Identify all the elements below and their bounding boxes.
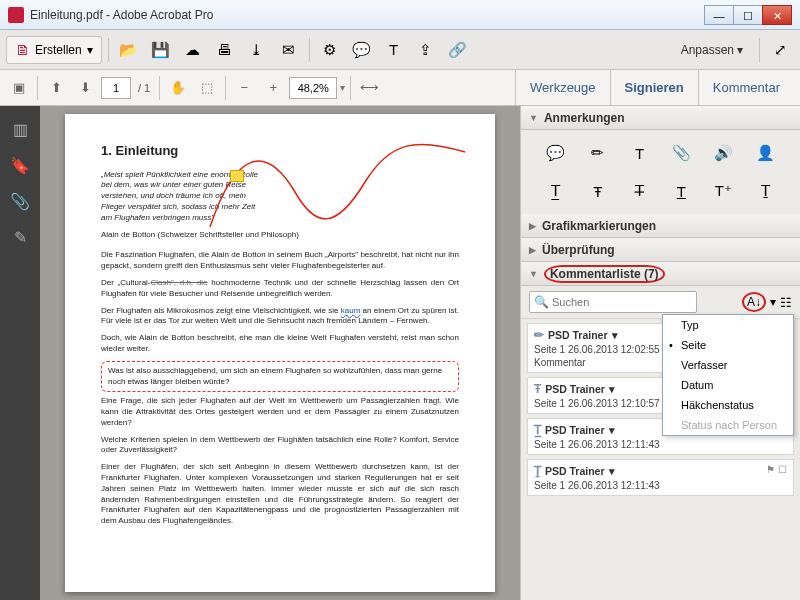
sort-datum[interactable]: Datum: [663, 375, 793, 395]
sort-typ[interactable]: Typ: [663, 315, 793, 335]
insert-annotation: kaum: [341, 306, 361, 315]
fit-width-icon[interactable]: ⟷: [356, 75, 382, 101]
minimize-button[interactable]: —: [704, 5, 734, 25]
text-edit-icon: Ṯ: [534, 464, 541, 478]
select-tool-icon[interactable]: ⬚: [194, 75, 220, 101]
sticky-note-tool-icon[interactable]: 💬: [535, 140, 577, 166]
sort-status-person: Status nach Person: [663, 415, 793, 435]
add-note-icon[interactable]: T⁺: [702, 178, 744, 204]
doc-para: Der „Cultural-Clash", d.h. die hochmoder…: [101, 278, 459, 300]
insert-text-icon[interactable]: T̲: [535, 178, 577, 204]
text-edit-icon: T̲: [534, 423, 541, 437]
chevron-down-icon: ▾: [737, 43, 743, 57]
comment-search-input[interactable]: [529, 291, 697, 313]
tab-werkzeuge[interactable]: Werkzeuge: [515, 70, 610, 105]
document-viewport[interactable]: 1. Einleitung „Meist spielt Pünktlichkei…: [40, 106, 520, 600]
pdf-icon: 🗎: [15, 41, 30, 58]
underline-icon[interactable]: T: [660, 178, 702, 204]
nav-toolbar: ▣ ⬆ ⬇ / 1 ✋ ⬚ − + ▾ ⟷ Werkzeuge Signiere…: [0, 70, 800, 106]
comment-list-heading: Kommentarliste (7): [544, 265, 665, 283]
text-tool-icon[interactable]: T: [380, 36, 408, 64]
doc-para: Welche Kriterien spielen in dem Wettbewe…: [101, 435, 459, 457]
page-number-input[interactable]: [101, 77, 131, 99]
print-icon[interactable]: 🖶: [211, 36, 239, 64]
doc-author: Alain de Botton (Schweizer Schriftstelle…: [101, 230, 459, 241]
highlight-tool-icon[interactable]: ✏: [577, 140, 619, 166]
accordion-anmerkungen[interactable]: ▼Anmerkungen: [521, 106, 800, 130]
doc-heading: 1. Einleitung: [101, 142, 459, 160]
flag-icon[interactable]: ⚑ ☐: [766, 464, 787, 475]
share-icon[interactable]: ⇪: [412, 36, 440, 64]
filter-button[interactable]: ▾: [770, 295, 776, 309]
bookmark-icon[interactable]: 🔖: [9, 154, 31, 176]
doc-para: Der Flughafen als Mikrokosmos zeigt eine…: [101, 306, 459, 328]
accordion-grafik[interactable]: ▶Grafikmarkierungen: [521, 214, 800, 238]
sticky-note-icon[interactable]: [230, 170, 244, 182]
save-icon[interactable]: 💾: [147, 36, 175, 64]
hand-tool-icon[interactable]: ✋: [165, 75, 191, 101]
cloud-annotation: Was ist also ausschlaggebend, um sich an…: [101, 361, 459, 393]
maximize-button[interactable]: ☐: [733, 5, 763, 25]
text-correction-icon[interactable]: Ṯ: [744, 178, 786, 204]
create-label: Erstellen: [35, 43, 82, 57]
doc-para: Doch, wie Alain de Botton beschreibt, eh…: [101, 333, 459, 355]
cloud-up-icon[interactable]: ☁: [179, 36, 207, 64]
chevron-down-icon: ▾: [87, 43, 93, 57]
customize-button[interactable]: Anpassen▾: [681, 43, 743, 57]
search-icon: 🔍: [534, 295, 549, 309]
zoom-out-icon[interactable]: −: [231, 75, 257, 101]
pages-icon[interactable]: ▥: [9, 118, 31, 140]
create-button[interactable]: 🗎 Erstellen ▾: [6, 36, 102, 64]
tab-signieren[interactable]: Signieren: [610, 70, 698, 105]
window-title: Einleitung.pdf - Adobe Acrobat Pro: [30, 8, 705, 22]
sort-seite[interactable]: Seite: [663, 335, 793, 355]
pdf-page: 1. Einleitung „Meist spielt Pünktlichkei…: [65, 114, 495, 592]
strikethrough-icon[interactable]: T̶: [619, 178, 661, 204]
chevron-down-icon[interactable]: ▾: [340, 82, 345, 93]
tab-kommentar[interactable]: Kommentar: [698, 70, 794, 105]
page-up-icon[interactable]: ⬆: [43, 75, 69, 101]
annotation-tools: 💬 ✏ T 📎 🔊 👤 T̲ Ŧ T̶ T T⁺ Ṯ: [521, 130, 800, 214]
left-nav-strip: ▥ 🔖 📎 ✎: [0, 106, 40, 600]
sort-verfasser[interactable]: Verfasser: [663, 355, 793, 375]
comments-panel: ▼Anmerkungen 💬 ✏ T 📎 🔊 👤 T̲ Ŧ T̶ T T⁺ Ṯ …: [520, 106, 800, 600]
text-edit-icon: Ŧ: [534, 382, 541, 396]
sidebar-toggle-icon[interactable]: ▣: [6, 75, 32, 101]
sort-haekchen[interactable]: Häkchenstatus: [663, 395, 793, 415]
gear-icon[interactable]: ⚙: [316, 36, 344, 64]
text-tool-icon[interactable]: T: [619, 140, 661, 166]
open-icon[interactable]: 📂: [115, 36, 143, 64]
comment-icon[interactable]: 💬: [348, 36, 376, 64]
pencil-icon: ✏: [534, 328, 544, 342]
signature-icon[interactable]: ✎: [9, 226, 31, 248]
main-toolbar: 🗎 Erstellen ▾ 📂 💾 ☁ 🖶 ⤓ ✉ ⚙ 💬 T ⇪ 🔗 Anpa…: [0, 30, 800, 70]
sort-button[interactable]: A↓: [742, 292, 766, 312]
audio-tool-icon[interactable]: 🔊: [702, 140, 744, 166]
link-icon[interactable]: 🔗: [444, 36, 472, 64]
attach-tool-icon[interactable]: 📎: [660, 140, 702, 166]
stamp-tool-icon[interactable]: 👤: [744, 140, 786, 166]
cloud-down-icon[interactable]: ⤓: [243, 36, 271, 64]
options-button[interactable]: ☷: [780, 295, 792, 310]
mail-icon[interactable]: ✉: [275, 36, 303, 64]
strikethrough-annotation: Clash", d.h. die: [151, 278, 208, 287]
doc-para: Eine Frage, die sich jeder Flughafen auf…: [101, 396, 459, 428]
close-button[interactable]: ✕: [762, 5, 792, 25]
window-titlebar: Einleitung.pdf - Adobe Acrobat Pro — ☐ ✕: [0, 0, 800, 30]
page-total-label: / 1: [138, 82, 150, 94]
accordion-ueber[interactable]: ▶Überprüfung: [521, 238, 800, 262]
accordion-kommentarliste[interactable]: ▼ Kommentarliste (7): [521, 262, 800, 286]
expand-icon[interactable]: ⤢: [766, 36, 794, 64]
app-icon: [8, 7, 24, 23]
doc-para: Die Faszination Flughafen, die Alain de …: [101, 250, 459, 272]
attachment-icon[interactable]: 📎: [9, 190, 31, 212]
sort-menu: Typ Seite Verfasser Datum Häkchenstatus …: [662, 314, 794, 436]
zoom-input[interactable]: [289, 77, 337, 99]
comment-item[interactable]: ⚑ ☐ ṮPSD Trainer ▾ Seite 1 26.06.2013 12…: [527, 459, 794, 496]
replace-text-icon[interactable]: Ŧ: [577, 178, 619, 204]
zoom-in-icon[interactable]: +: [260, 75, 286, 101]
doc-para: Einer der Flughäfen, der sich seit Anbeg…: [101, 462, 459, 527]
page-down-icon[interactable]: ⬇: [72, 75, 98, 101]
